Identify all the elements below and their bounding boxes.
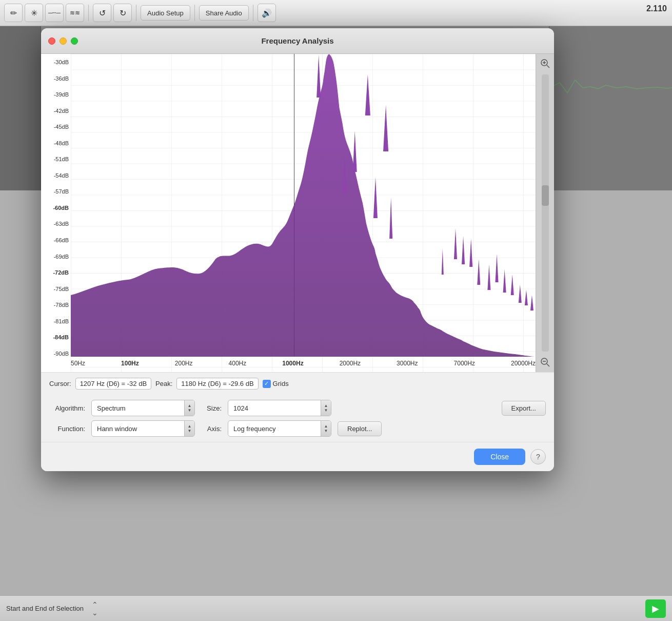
peak-label: Peak: [155, 380, 172, 387]
export-button[interactable]: Export... [502, 401, 546, 416]
multi-tool-button[interactable]: ✳ [25, 4, 43, 22]
frequency-analysis-dialog: Frequency Analysis -30dB -36dB -39dB -42… [41, 28, 554, 471]
title-bar: Frequency Analysis [41, 28, 554, 54]
cursor-value-box: 1207 Hz (D6) = -32 dB [75, 378, 151, 390]
status-text: Start and End of Selection [6, 605, 84, 612]
y-label-57: -57dB [43, 188, 69, 195]
peak-value-box: 1180 Hz (D6) = -29.6 dB [176, 378, 258, 390]
y-label-39: -39dB [43, 91, 69, 98]
maximize-window-button[interactable] [71, 37, 78, 45]
grids-checkbox-wrapper[interactable]: ✓ Grids [263, 380, 289, 388]
close-window-button[interactable] [48, 37, 55, 45]
y-label-30: -30dB [43, 59, 69, 65]
svg-marker-4 [317, 55, 321, 98]
audio-setup-button[interactable]: Audio Setup [141, 5, 190, 21]
function-select[interactable]: Hann window ▲▼ [91, 420, 195, 437]
x-label-50hz: 50Hz [71, 360, 85, 367]
status-arrows-icon: ⌃⌄ [92, 600, 98, 617]
svg-marker-13 [462, 236, 465, 264]
cursor-line [294, 54, 294, 357]
x-label-3000hz: 3000Hz [397, 360, 418, 367]
size-arrows[interactable]: ▲▼ [321, 400, 331, 416]
axis-value: Log frequency [228, 422, 321, 435]
x-label-200hz: 200Hz [175, 360, 193, 367]
y-label-54: -54dB [43, 172, 69, 179]
size-select[interactable]: 1024 ▲▼ [228, 400, 331, 416]
wave-multi-button[interactable]: ≋≋ [66, 4, 84, 22]
play-button[interactable]: ▶ [645, 599, 666, 618]
svg-marker-6 [383, 105, 388, 151]
y-label-81: -81dB [43, 318, 69, 324]
y-label-42: -42dB [43, 108, 69, 114]
scrollbar-track[interactable] [542, 74, 549, 352]
info-bar: Cursor: 1207 Hz (D6) = -32 dB Peak: 1180… [41, 372, 554, 395]
algorithm-label: Algorithm: [49, 404, 85, 412]
y-label-63: -63dB [43, 221, 69, 227]
svg-marker-10 [389, 198, 392, 239]
toolbar-separator-1 [88, 5, 89, 21]
redo-button[interactable]: ↻ [113, 4, 132, 22]
svg-line-28 [547, 364, 549, 366]
svg-marker-21 [525, 290, 528, 305]
y-label-69: -69dB [43, 254, 69, 260]
peak-value: 1180 Hz (D6) = -29.6 dB [181, 380, 253, 387]
svg-marker-15 [477, 259, 480, 285]
zoom-in-button[interactable] [540, 58, 551, 69]
toolbar-separator-4 [253, 5, 253, 21]
algorithm-value: Spectrum [92, 402, 184, 415]
grids-label: Grids [273, 380, 289, 387]
spectrum-svg [71, 54, 536, 357]
y-label-45: -45dB [43, 124, 69, 130]
svg-marker-9 [373, 177, 378, 218]
y-label-90: -90dB [43, 351, 69, 357]
size-value: 1024 [228, 402, 321, 415]
y-label-48: -48dB [43, 140, 69, 146]
minimize-window-button[interactable] [60, 37, 67, 45]
svg-marker-20 [519, 285, 522, 303]
function-value: Hann window [92, 422, 184, 435]
svg-marker-5 [365, 74, 370, 115]
algorithm-row: Algorithm: Spectrum ▲▼ Size: 1024 ▲▼ Exp… [49, 400, 546, 416]
replot-button[interactable]: Replot... [338, 421, 382, 436]
cursor-label: Cursor: [49, 380, 71, 387]
grids-checkbox[interactable]: ✓ [263, 380, 271, 388]
algorithm-arrows[interactable]: ▲▼ [184, 400, 194, 416]
right-waveform-svg [549, 62, 672, 113]
y-label-60: -60dB [43, 205, 69, 211]
x-label-20000hz: 20000Hz [511, 360, 536, 367]
scrollbar-thumb[interactable] [542, 185, 549, 206]
axis-select[interactable]: Log frequency ▲▼ [228, 420, 331, 437]
y-label-84: -84dB [43, 334, 69, 340]
function-row: Function: Hann window ▲▼ Axis: Log frequ… [49, 420, 546, 437]
x-label-100hz: 100Hz [121, 360, 139, 367]
dialog-title: Frequency Analysis [261, 36, 333, 45]
wave-draw-button[interactable]: ─╌─ [45, 4, 64, 22]
undo-button[interactable]: ↺ [93, 4, 111, 22]
share-audio-button[interactable]: Share Audio [199, 5, 249, 21]
cursor-value: 1207 Hz (D6) = -32 dB [80, 380, 147, 387]
chart-plot-area[interactable]: 50Hz 100Hz 200Hz 400Hz 1000Hz 2000Hz 300… [71, 54, 536, 372]
svg-marker-16 [487, 264, 490, 290]
svg-marker-12 [454, 228, 457, 259]
svg-marker-19 [511, 275, 514, 295]
y-label-51: -51dB [43, 156, 69, 162]
algorithm-select[interactable]: Spectrum ▲▼ [91, 400, 195, 416]
track-header-area [0, 26, 41, 190]
right-panel-area [549, 26, 672, 190]
controls-bar: Algorithm: Spectrum ▲▼ Size: 1024 ▲▼ Exp… [41, 395, 554, 442]
function-label: Function: [49, 425, 85, 433]
y-label-75: -75dB [43, 286, 69, 292]
x-label-7000hz: 7000Hz [454, 360, 475, 367]
help-button[interactable]: ? [530, 449, 546, 464]
close-button[interactable]: Close [474, 449, 525, 465]
pencil-tool-button[interactable]: ✏ [4, 4, 23, 22]
axis-label: Axis: [201, 425, 222, 433]
zoom-out-button[interactable] [540, 357, 551, 368]
axis-arrows[interactable]: ▲▼ [321, 421, 331, 436]
function-arrows[interactable]: ▲▼ [184, 421, 194, 436]
x-label-400hz: 400Hz [229, 360, 247, 367]
x-label-2000hz: 2000Hz [340, 360, 361, 367]
y-label-78: -78dB [43, 302, 69, 308]
volume-button[interactable]: 🔊 [258, 4, 276, 22]
svg-marker-18 [503, 269, 506, 293]
